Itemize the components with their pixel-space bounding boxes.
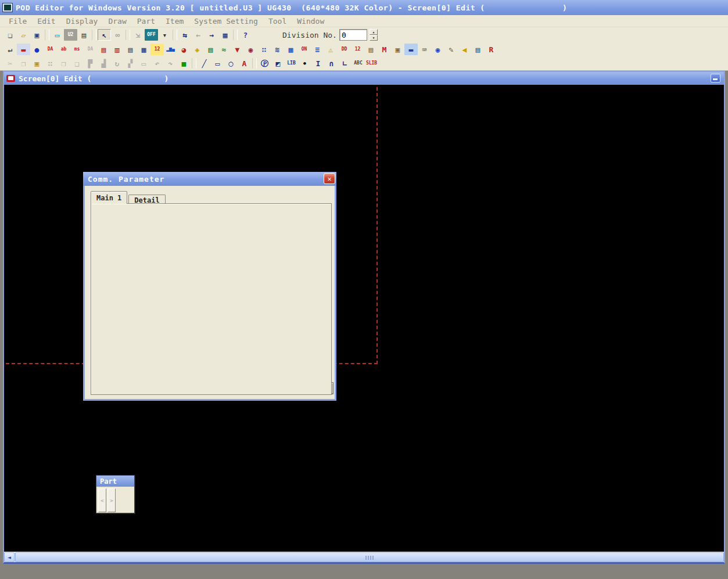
bar-graph-icon[interactable]: ▂▆▄ xyxy=(164,44,177,55)
screen-jump-icon[interactable]: ⇲ xyxy=(131,29,145,41)
menu-part[interactable]: Part xyxy=(132,16,160,27)
audio-icon[interactable]: ◀ xyxy=(458,44,471,55)
text-tool-icon[interactable]: A xyxy=(238,57,251,69)
menu-system-setting[interactable]: System Setting xyxy=(189,16,263,27)
menu-window[interactable]: Window xyxy=(292,16,329,27)
data-sampling-icon[interactable]: ▤ xyxy=(204,44,217,55)
entry-keypad-icon[interactable]: ▤ xyxy=(97,44,110,55)
save-icon[interactable]: ▣ xyxy=(30,29,44,41)
item-view-icon[interactable]: ■ xyxy=(177,57,191,69)
switch-direction-icon[interactable]: ⇆ xyxy=(178,29,192,41)
part-next-button[interactable]: > xyxy=(107,488,116,512)
ungroup-icon[interactable]: ❑ xyxy=(70,57,84,69)
frame-place-icon[interactable]: ▭ xyxy=(137,57,150,69)
menu-tool[interactable]: Tool xyxy=(263,16,292,27)
send-back-icon[interactable]: ▟ xyxy=(97,57,110,69)
scrollbar-thumb[interactable] xyxy=(15,552,724,562)
lamp-icon[interactable]: ● xyxy=(30,44,44,55)
prev-screen-icon[interactable]: ← xyxy=(192,29,205,41)
off-dropdown-arrow[interactable]: ▾ xyxy=(158,29,171,41)
simulator-icon[interactable]: ▦ xyxy=(218,29,232,41)
tab-main-1[interactable]: Main 1 xyxy=(91,191,127,204)
next-screen-icon[interactable]: → xyxy=(205,29,218,41)
pie-graph-icon[interactable]: ◕ xyxy=(177,44,191,55)
part-prev-button[interactable]: < xyxy=(98,488,106,512)
redo-icon[interactable]: ↷ xyxy=(164,57,177,69)
library-icon[interactable]: LIB xyxy=(285,57,298,69)
select-cursor-icon[interactable]: ↖ xyxy=(98,29,111,41)
rotate-icon[interactable]: ↻ xyxy=(110,57,124,69)
close-icon[interactable]: ✕ xyxy=(324,173,335,184)
scale-l-icon[interactable]: ∟ xyxy=(338,57,352,69)
menu-file[interactable]: File xyxy=(3,16,32,27)
menu-edit[interactable]: Edit xyxy=(32,16,60,27)
document-edit-icon[interactable]: ✎ xyxy=(444,44,458,55)
alarm-part-icon[interactable]: ▼ xyxy=(231,44,244,55)
overlap-screen-icon[interactable]: ↵ xyxy=(3,44,17,55)
ellipse-tool-icon[interactable]: ◯ xyxy=(224,57,238,69)
calendar-icon[interactable]: 12 xyxy=(150,44,164,55)
graph-sampling-icon[interactable]: ≋ xyxy=(271,44,284,55)
undo-icon[interactable]: ↶ xyxy=(150,57,164,69)
panel-meter-icon[interactable]: ◈ xyxy=(191,44,204,55)
base-screen-icon[interactable]: ▬ xyxy=(17,44,30,55)
menu-item[interactable]: Item xyxy=(160,16,189,27)
open-folder-icon[interactable]: ▱ xyxy=(17,29,30,41)
statistic-graph-icon[interactable]: ◉ xyxy=(244,44,257,55)
keyboard-icon[interactable]: ⌨ xyxy=(418,44,431,55)
time-display-icon[interactable]: 12 xyxy=(351,44,364,55)
entry-screen-icon[interactable]: ▥ xyxy=(110,44,124,55)
slib-icon[interactable]: SLIB xyxy=(365,57,378,69)
color-matrix-icon[interactable]: ∷ xyxy=(257,44,271,55)
help-icon[interactable]: ? xyxy=(239,29,252,41)
scroll-left-icon[interactable]: ◄ xyxy=(4,552,15,562)
data-block-icon[interactable]: DA xyxy=(84,44,97,55)
comment-display-icon[interactable]: ▤ xyxy=(124,44,137,55)
u2-file-icon[interactable]: U2 xyxy=(64,29,77,41)
line-tool-icon[interactable]: ╱ xyxy=(198,57,211,69)
zoom-icon[interactable]: ∞ xyxy=(111,29,124,41)
calculator-part-icon[interactable]: ▦ xyxy=(137,44,150,55)
trend-graph-icon[interactable]: ≈ xyxy=(217,44,231,55)
data-table-icon[interactable]: ▦ xyxy=(284,44,297,55)
spinner-down-icon[interactable]: ▼ xyxy=(370,35,378,41)
text-display-icon[interactable]: ab xyxy=(57,44,70,55)
bring-front-icon[interactable]: ▛ xyxy=(84,57,97,69)
rect-tool-icon[interactable]: ▭ xyxy=(211,57,224,69)
list-display-icon[interactable]: ≡ xyxy=(311,44,324,55)
alarm-bell-icon[interactable]: ⚠ xyxy=(324,44,338,55)
scale-v-icon[interactable]: I xyxy=(311,57,325,69)
copy-icon[interactable]: ❐ xyxy=(17,57,30,69)
paste-icon[interactable]: ▣ xyxy=(30,57,44,69)
arc-tool-icon[interactable]: ∩ xyxy=(325,57,338,69)
group-icon[interactable]: ❒ xyxy=(57,57,70,69)
onoff-display-icon[interactable]: ON xyxy=(297,44,311,55)
multi-text-icon[interactable]: ABC xyxy=(352,57,365,69)
date-display-icon[interactable]: DD xyxy=(338,44,351,55)
video-icon[interactable]: ◉ xyxy=(431,44,444,55)
fill-paint-icon[interactable]: ◩ xyxy=(271,57,285,69)
memo-pad-icon[interactable]: ▤ xyxy=(364,44,378,55)
data-display-icon[interactable]: DA xyxy=(44,44,57,55)
menu-draw[interactable]: Draw xyxy=(103,16,131,27)
new-file-icon[interactable]: ❏ xyxy=(3,29,17,41)
menu-display[interactable]: Display xyxy=(61,16,103,27)
align-icon[interactable]: ▞ xyxy=(124,57,137,69)
screen-call-icon[interactable]: ▬ xyxy=(404,44,418,55)
macro-icon[interactable]: M xyxy=(378,44,391,55)
print-icon[interactable]: ▤ xyxy=(77,29,91,41)
window-display-icon[interactable]: ▣ xyxy=(391,44,404,55)
division-input[interactable] xyxy=(339,29,367,41)
horizontal-scrollbar[interactable]: ◄ xyxy=(4,552,724,562)
multi-copy-icon[interactable]: ∷ xyxy=(44,57,57,69)
message-display-icon[interactable]: ms xyxy=(70,44,84,55)
screen-transfer-icon[interactable]: ▭ xyxy=(51,29,64,41)
parts-place-icon[interactable]: Ⓟ xyxy=(258,57,271,69)
dot-tool-icon[interactable]: • xyxy=(298,57,311,69)
off-display-icon[interactable]: OFF xyxy=(145,29,158,41)
report-icon[interactable]: ▤ xyxy=(471,44,485,55)
cut-icon[interactable]: ✂ xyxy=(3,57,17,69)
spinner-up-icon[interactable]: ▲ xyxy=(370,29,378,35)
recipe-icon[interactable]: R xyxy=(485,44,498,55)
minimize-button[interactable] xyxy=(711,74,720,82)
